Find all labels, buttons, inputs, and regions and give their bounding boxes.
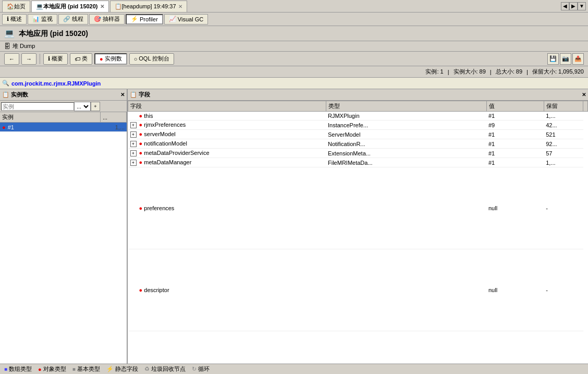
tab-home[interactable]: 🏠 始页 [2,1,30,12]
tab-bar: 🏠 始页 💻 本地应用 (pid 15020) ✕ 📋 [heapdump] 1… [0,0,588,13]
table-row[interactable]: + ● serverModel ServerModel #1 521 [128,130,588,139]
expand-icon[interactable]: + [130,131,137,138]
expand-icon[interactable]: + [130,122,137,128]
nav-sampler[interactable]: 🎯 抽样器 [89,14,125,25]
table-row[interactable]: ● descriptor null - [128,249,588,331]
expand-icon[interactable]: + [130,141,137,147]
table-row[interactable]: + ● notificationModel NotificationR... #… [128,139,588,149]
field-value-cell: #9 [486,120,544,130]
instance-dot: ● [2,124,6,130]
object-type-indicator: ● 对象类型 [38,365,66,373]
table-row[interactable]: + ● metaDataProviderService ExtensionMet… [128,149,588,158]
nav-monitor[interactable]: 📊 监视 [28,14,57,25]
field-name: preferences [144,205,174,211]
nav-forward-btn[interactable]: → [21,53,36,65]
object-type-label: 对象类型 [43,365,66,373]
classes-icon: 🏷 [75,56,80,62]
tab-local-app[interactable]: 💻 本地应用 (pid 15020) ✕ [31,1,109,12]
nav-threads[interactable]: 🔗 线程 [58,14,88,25]
nav-overview[interactable]: ℹ 概述 [2,14,27,25]
field-retained-cell: 42... [544,120,583,130]
screenshot-btn[interactable]: 📷 [560,53,571,65]
instances-panel-title: 实例数 [11,91,28,99]
col-instance: 实例 [0,112,101,122]
tab-summary[interactable]: ℹ 概要 [43,53,68,65]
instances-panel-header: 📋 实例数 ✕ [0,89,127,101]
tab-classes[interactable]: 🏷 类 [70,53,92,65]
class-filter-icon: 🔍 [2,80,9,87]
home-icon: 🏠 [7,3,14,10]
tab-next-arrow[interactable]: ▶ [569,2,578,10]
instance-id: #1 [8,124,14,130]
field-name-cell: + ● metaDataProviderService [128,149,326,158]
tab-summary-label: 概要 [52,55,63,63]
field-name: this [144,113,153,119]
field-type-cell: NotificationR... [326,139,486,149]
instance-col-headers: 实例 ... [0,112,127,123]
heapdump-icon: 📋 [115,3,122,10]
instance-sort-select[interactable]: ... [74,102,91,111]
instance-row[interactable]: ● #1 1,... [0,123,127,132]
app-title-bar: 💻 本地应用 (pid 15020) [0,26,588,41]
heap-toolbar: ← → ℹ 概要 🏷 类 ● 实例数 ○ OQL 控制台 💾 📷 📤 [0,52,588,66]
field-retained-cell: 92... [544,139,583,149]
nav-overview-label: 概述 [10,15,22,23]
nav-visual-gc[interactable]: 📈 Visual GC [164,14,208,25]
field-value-cell: #1 [486,112,544,120]
basic-type-label: 基本类型 [77,365,100,373]
tab-heapdump-close[interactable]: ✕ [178,4,182,9]
tab-down-arrow[interactable]: ▼ [578,2,586,10]
gc-node-icon: ♻ [144,366,150,372]
nav-back-btn[interactable]: ← [4,53,19,65]
expand-icon[interactable]: + [130,160,137,166]
instance-add-btn[interactable]: + [91,102,100,111]
field-type-cell: FileMRIMetaDa... [326,158,486,167]
field-type-cell: ExtensionMeta... [326,149,486,158]
tab-instances[interactable]: ● 实例数 [94,53,127,65]
retained-size: 保留大小: 1,095,920 [532,68,584,76]
field-name-cell: + ● serverModel [128,130,326,139]
instances-panel-close[interactable]: ✕ [120,92,125,98]
fields-panel-header: 📋 字段 ✕ [128,89,588,101]
tab-local-app-close[interactable]: ✕ [100,4,104,9]
field-name: metaDataProviderService [144,150,209,156]
instances-count: 实例: 1 [425,68,443,76]
field-retained-cell: 1,... [544,112,583,120]
fields-panel-close[interactable]: ✕ [582,92,586,98]
tab-heapdump[interactable]: 📋 [heapdump] 19:49:37 ✕ [110,1,187,12]
tab-oql[interactable]: ○ OQL 控制台 [129,53,175,65]
nav-threads-label: 线程 [72,15,83,23]
static-field-indicator: ⚡ 静态字段 [106,365,138,373]
fields-col-field[interactable]: 字段 [128,101,326,112]
table-row[interactable]: + ● rjmxPreferences InstancePrefe... #9 … [128,120,588,130]
export-btn[interactable]: 📤 [572,53,584,65]
fields-col-value[interactable]: 值 [486,101,544,112]
toolbar-right-buttons: 💾 📷 📤 [547,53,584,65]
tab-oql-label: OQL 控制台 [139,55,169,63]
tab-local-app-label: 本地应用 (pid 15020) [43,3,98,10]
table-row[interactable]: + ● metaDataManager FileMRIMetaDa... #1 … [128,158,588,167]
fields-table-container: 字段 类型 值 保留 ● this RJMXPlugin [128,101,588,374]
field-type-cell [326,167,486,249]
local-app-icon: 💻 [36,3,43,10]
fields-col-retained[interactable]: 保留 [544,101,583,112]
fields-header-right: ✕ [582,92,586,98]
fields-col-type[interactable]: 类型 [326,101,486,112]
instance-filter-input[interactable] [1,102,74,111]
gc-node-indicator: ♻ 垃圾回收节点 [144,365,186,373]
forward-icon: → [26,56,32,62]
table-row[interactable]: ● preferences null - [128,167,588,249]
table-row[interactable]: ● this RJMXPlugin #1 1,... [128,112,588,120]
tab-prev-arrow[interactable]: ◀ [561,2,569,10]
col-count-label: ... [103,114,107,120]
instances-icon: ● [100,56,103,62]
heap-dump-label: 堆 Dump [13,42,35,50]
save-btn[interactable]: 💾 [547,53,559,65]
app-title-icon: 💻 [4,29,15,38]
instances-header-left: 📋 实例数 [2,91,28,99]
nav-profiler[interactable]: ⚡ Profiler [126,14,163,25]
summary-icon: ℹ [48,55,50,62]
expand-icon[interactable]: + [130,150,137,156]
fields-col-scroll [583,101,588,112]
field-retained-cell: - [544,249,583,331]
